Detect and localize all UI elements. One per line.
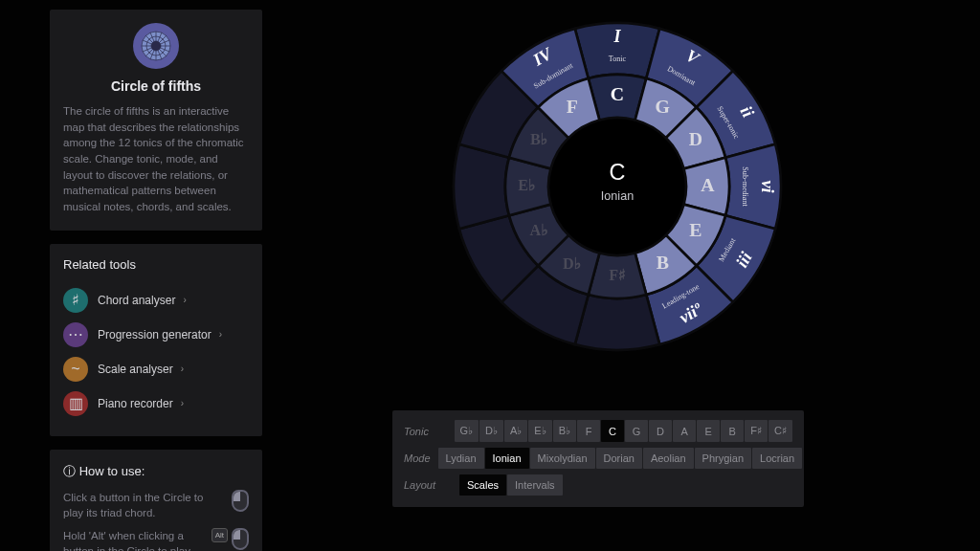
tool-icon: ♯	[63, 288, 88, 313]
tonic-button-e[interactable]: E♭	[528, 420, 551, 442]
tonic-button-f[interactable]: F	[577, 420, 600, 442]
tonic-button-a[interactable]: A	[673, 420, 696, 442]
note-A: A	[701, 174, 715, 195]
mode-button-locrian[interactable]: Locrian	[752, 448, 802, 469]
tonic-button-d[interactable]: D♭	[479, 420, 503, 442]
layout-button-intervals[interactable]: Intervals	[507, 474, 563, 496]
mode-button-lydian[interactable]: Lydian	[438, 448, 484, 469]
howto-step1: Click a button in the Circle to play its…	[63, 490, 222, 520]
related-tool-progression-generator[interactable]: ⋯ Progression generator ›	[63, 318, 249, 352]
tonic-row-label: Tonic	[404, 426, 447, 437]
related-panel: Related tools ♯ Chord analyser ›⋯ Progre…	[50, 244, 262, 436]
howto-step2: Hold 'Alt' when clicking a button in the…	[63, 528, 202, 551]
related-tool-piano-recorder[interactable]: ▥ Piano recorder ›	[63, 386, 249, 421]
tool-icon: ▥	[63, 391, 88, 416]
howto-panel: How to use: Click a button in the Circle…	[50, 450, 262, 551]
tool-label: Progression generator	[98, 328, 212, 342]
chevron-right-icon: ›	[219, 329, 222, 340]
note-F♯: F♯	[609, 267, 626, 284]
tonic-button-g[interactable]: G♭	[455, 420, 479, 442]
note-D: D	[689, 128, 702, 149]
tool-icon: ~	[63, 357, 88, 382]
tonic-button-g[interactable]: G	[625, 420, 648, 442]
outer-segment-9[interactable]	[454, 144, 509, 230]
intro-title: Circle of fifths	[63, 78, 249, 94]
layout-row-label: Layout	[404, 479, 452, 491]
chevron-right-icon: ›	[181, 364, 184, 374]
circle-of-fifths: CITonicGVDominantDiiSuper-tonicAviSub-me…	[445, 14, 790, 359]
degree-roman-I: I	[612, 27, 621, 46]
note-D♭: D♭	[563, 255, 581, 273]
layout-button-scales[interactable]: Scales	[459, 474, 506, 496]
intro-body: The circle of fifths is an interactive m…	[63, 103, 249, 215]
related-tool-scale-analyser[interactable]: ~ Scale analyser ›	[63, 352, 249, 386]
alt-key-icon: Alt	[212, 528, 228, 542]
mouse-leftclick-icon	[232, 490, 249, 512]
intro-panel: Circle of fifths The circle of fifths is…	[50, 10, 262, 231]
mode-button-phrygian[interactable]: Phrygian	[695, 448, 751, 469]
tonic-button-b[interactable]: B♭	[553, 420, 576, 442]
controls-panel: Tonic G♭D♭A♭E♭B♭FCGDAEBF♯C♯ Mode LydianI…	[392, 410, 804, 507]
note-G: G	[656, 96, 670, 117]
mode-button-mixolydian[interactable]: Mixolydian	[530, 448, 595, 469]
related-heading: Related tools	[63, 257, 249, 272]
tonic-button-c[interactable]: C	[601, 420, 624, 442]
note-E: E	[689, 219, 702, 240]
tool-label: Piano recorder	[98, 397, 173, 410]
outer-segment-6[interactable]	[575, 295, 660, 350]
circle-of-fifths-icon	[133, 23, 179, 69]
center-tonic: C	[610, 160, 626, 185]
center-mode: Ionian	[601, 189, 634, 203]
tool-icon: ⋯	[63, 322, 88, 347]
mode-button-ionian[interactable]: Ionian	[485, 448, 529, 469]
related-tool-chord-analyser[interactable]: ♯ Chord analyser ›	[63, 283, 249, 318]
tonic-button-c[interactable]: C♯	[768, 420, 792, 442]
mouse-leftclick-icon	[232, 528, 249, 550]
chevron-right-icon: ›	[183, 295, 186, 305]
tonic-button-f[interactable]: F♯	[745, 420, 768, 442]
note-C: C	[611, 83, 624, 104]
mode-button-dorian[interactable]: Dorian	[596, 448, 642, 469]
tonic-button-a[interactable]: A♭	[504, 420, 527, 442]
degree-func-Tonic: Tonic	[609, 55, 627, 63]
note-B: B	[657, 252, 669, 273]
note-F: F	[567, 96, 578, 117]
note-E♭: E♭	[518, 177, 535, 194]
degree-func-Sub-mediant: Sub-mediant	[741, 166, 749, 207]
note-A♭: A♭	[529, 222, 547, 239]
tool-label: Chord analyser	[98, 294, 175, 307]
mode-row-label: Mode	[404, 452, 431, 464]
tonic-button-d[interactable]: D	[649, 420, 672, 442]
chevron-right-icon: ›	[181, 398, 184, 408]
mode-button-aeolian[interactable]: Aeolian	[643, 448, 694, 469]
tool-label: Scale analyser	[98, 363, 173, 376]
note-B♭: B♭	[530, 131, 547, 148]
tonic-button-e[interactable]: E	[697, 420, 720, 442]
tonic-button-b[interactable]: B	[721, 420, 744, 442]
degree-roman-vi: vi	[758, 181, 777, 193]
howto-heading: How to use:	[63, 463, 249, 480]
